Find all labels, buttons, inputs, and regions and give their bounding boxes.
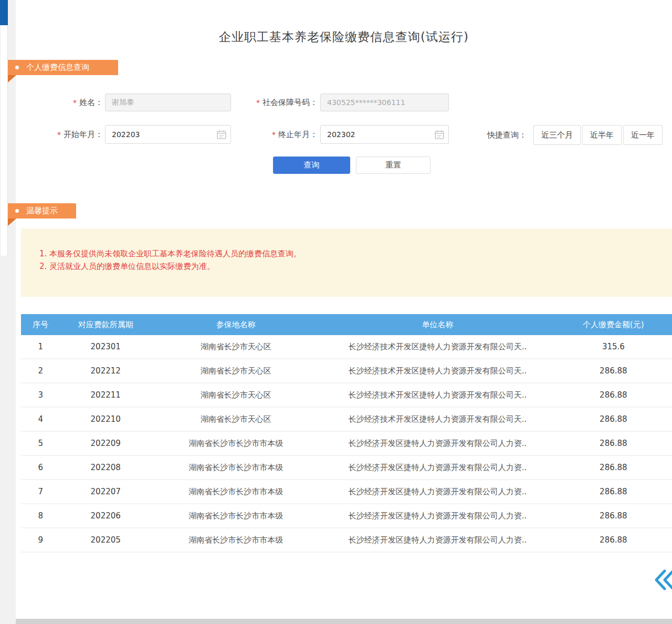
calendar-icon[interactable] <box>435 130 444 139</box>
quick-last-6-months-button[interactable]: 近半年 <box>582 125 622 145</box>
required-asterisk: * <box>73 98 77 107</box>
cell-employer: 长沙经济技术开发区捷特人力资源开发有限公司天.. <box>320 414 554 424</box>
cell-employer: 长沙经济技术开发区捷特人力资源开发有限公司天.. <box>320 366 554 376</box>
cell-amount: 286.88 <box>555 511 672 521</box>
double-chevron-left-icon[interactable] <box>653 568 672 591</box>
cell-seq: 3 <box>21 390 60 400</box>
cell-period: 202301 <box>60 342 151 351</box>
left-sidebar-strip <box>0 0 8 256</box>
cell-employer: 长沙经济开发区捷特人力资源开发有限公司人力资.. <box>320 535 554 545</box>
cell-amount: 286.88 <box>555 414 672 424</box>
section-badge-tips: 温馨提示 <box>8 203 76 219</box>
quick-last-3-months-button[interactable]: 近三个月 <box>533 125 581 145</box>
notice-box: 1. 本服务仅提供尚未领取企业职工基本养老保险待遇人员的缴费信息查询。 2. 灵… <box>21 228 672 297</box>
cell-insured-place: 湖南省长沙市天心区 <box>151 414 320 424</box>
cell-amount: 286.88 <box>555 487 672 496</box>
quick-query-group: 近三个月 近半年 近一年 <box>533 125 663 145</box>
cell-period: 202210 <box>60 414 151 424</box>
cell-period: 202212 <box>60 366 151 376</box>
required-asterisk: * <box>272 130 276 139</box>
end-month-field <box>320 125 449 144</box>
cell-amount: 286.88 <box>555 535 672 545</box>
bullet-dot-icon <box>15 66 19 69</box>
cell-seq: 1 <box>21 342 60 351</box>
header-employer: 单位名称 <box>320 320 554 330</box>
notice-line-1: 1. 本服务仅提供尚未领取企业职工基本养老保险待遇人员的缴费信息查询。 <box>39 247 662 260</box>
ribbon-fold <box>8 219 16 226</box>
required-asterisk: * <box>256 98 260 107</box>
ribbon-fold <box>8 75 16 82</box>
cell-amount: 286.88 <box>555 366 672 376</box>
ssn-label: *社会保障号码： <box>239 93 318 111</box>
start-month-input[interactable] <box>105 125 231 144</box>
cell-employer: 长沙经济开发区捷特人力资源开发有限公司人力资.. <box>320 511 554 521</box>
table-row: 8 202206 湖南省长沙市长沙市市本级 长沙经济开发区捷特人力资源开发有限公… <box>21 504 672 528</box>
cell-seq: 2 <box>21 366 60 376</box>
end-month-label: *终止年月： <box>239 125 318 144</box>
cell-seq: 4 <box>21 414 60 424</box>
page-title: 企业职工基本养老保险缴费信息查询(试运行) <box>16 29 672 45</box>
query-button[interactable]: 查询 <box>273 157 350 174</box>
header-amount: 个人缴费金额(元) <box>555 320 672 330</box>
ssn-input <box>320 93 449 111</box>
cell-period: 202208 <box>60 463 151 472</box>
header-period: 对应费款所属期 <box>60 320 151 330</box>
start-month-label: *开始年月： <box>32 125 103 144</box>
table-row: 2 202212 湖南省长沙市天心区 长沙经济技术开发区捷特人力资源开发有限公司… <box>21 359 672 383</box>
name-label: *姓名： <box>32 93 103 111</box>
table-row: 6 202208 湖南省长沙市长沙市市本级 长沙经济开发区捷特人力资源开发有限公… <box>21 456 672 480</box>
cell-employer: 长沙经济开发区捷特人力资源开发有限公司人力资.. <box>320 439 554 449</box>
cell-period: 202206 <box>60 511 151 521</box>
cell-employer: 长沙经济开发区捷特人力资源开发有限公司人力资.. <box>320 487 554 497</box>
cell-period: 202205 <box>60 535 151 545</box>
reset-button[interactable]: 重置 <box>356 157 430 174</box>
table-row: 3 202211 湖南省长沙市天心区 长沙经济技术开发区捷特人力资源开发有限公司… <box>21 383 672 408</box>
name-input <box>105 93 231 111</box>
quick-last-year-button[interactable]: 近一年 <box>623 125 663 145</box>
table-row: 9 202205 湖南省长沙市长沙市市本级 长沙经济开发区捷特人力资源开发有限公… <box>21 528 672 553</box>
cell-employer: 长沙经济技术开发区捷特人力资源开发有限公司天.. <box>320 390 554 400</box>
cell-amount: 286.88 <box>555 439 672 448</box>
section-badge-label: 个人缴费信息查询 <box>26 63 89 72</box>
cell-insured-place: 湖南省长沙市长沙市市本级 <box>151 535 320 545</box>
cell-insured-place: 湖南省长沙市长沙市市本级 <box>151 463 320 473</box>
cell-employer: 长沙经济开发区捷特人力资源开发有限公司人力资.. <box>320 463 554 473</box>
cell-amount: 286.88 <box>555 390 672 400</box>
cell-insured-place: 湖南省长沙市长沙市市本级 <box>151 439 320 449</box>
cell-seq: 8 <box>21 511 60 521</box>
cell-seq: 6 <box>21 463 60 472</box>
results-table: 序号 对应费款所属期 参保地名称 单位名称 个人缴费金额(元) 1 202301… <box>21 314 672 553</box>
table-row: 4 202210 湖南省长沙市天心区 长沙经济技术开发区捷特人力资源开发有限公司… <box>21 408 672 432</box>
notice-line-2: 2. 灵活就业人员的缴费单位信息以实际缴费为准。 <box>39 260 662 273</box>
table-row: 5 202209 湖南省长沙市长沙市市本级 长沙经济开发区捷特人力资源开发有限公… <box>21 432 672 456</box>
cell-period: 202209 <box>60 439 151 448</box>
cell-employer: 长沙经济技术开发区捷特人力资源开发有限公司天.. <box>320 342 554 352</box>
table-row: 7 202207 湖南省长沙市长沙市市本级 长沙经济开发区捷特人力资源开发有限公… <box>21 480 672 504</box>
sidebar-collapsed-tab[interactable] <box>0 0 8 25</box>
cell-period: 202207 <box>60 487 151 496</box>
cell-insured-place: 湖南省长沙市天心区 <box>151 342 320 352</box>
table-header-row: 序号 对应费款所属期 参保地名称 单位名称 个人缴费金额(元) <box>21 314 672 335</box>
cell-amount: 315.6 <box>555 342 672 351</box>
cell-period: 202211 <box>60 390 151 400</box>
cell-amount: 286.88 <box>555 463 672 472</box>
start-month-field <box>105 125 231 144</box>
tips-badge-label: 温馨提示 <box>26 206 58 216</box>
header-seq: 序号 <box>21 320 60 330</box>
horizontal-scrollbar[interactable] <box>16 619 672 624</box>
cell-insured-place: 湖南省长沙市长沙市市本级 <box>151 511 320 521</box>
calendar-icon[interactable] <box>217 130 226 139</box>
required-asterisk: * <box>57 130 61 139</box>
end-month-input[interactable] <box>320 125 449 144</box>
cell-seq: 5 <box>21 439 60 448</box>
quick-query-label: 快捷查询： <box>487 125 527 145</box>
cell-insured-place: 湖南省长沙市天心区 <box>151 390 320 400</box>
cell-insured-place: 湖南省长沙市长沙市市本级 <box>151 487 320 497</box>
cell-seq: 9 <box>21 535 60 545</box>
bullet-dot-icon <box>15 209 19 213</box>
table-row: 1 202301 湖南省长沙市天心区 长沙经济技术开发区捷特人力资源开发有限公司… <box>21 335 672 359</box>
cell-insured-place: 湖南省长沙市天心区 <box>151 366 320 376</box>
header-insured-place: 参保地名称 <box>151 320 320 330</box>
cell-seq: 7 <box>21 487 60 496</box>
section-badge-personal-payment-query: 个人缴费信息查询 <box>8 60 118 75</box>
